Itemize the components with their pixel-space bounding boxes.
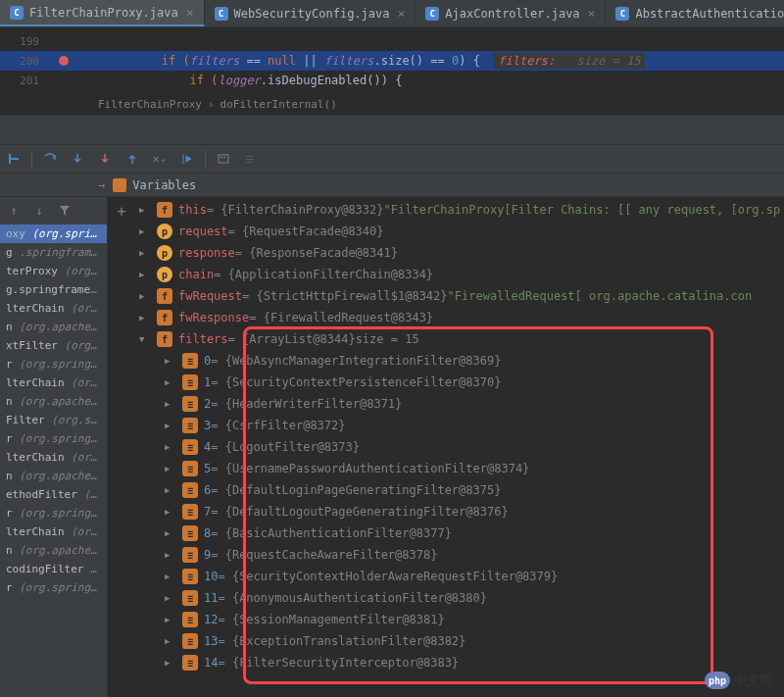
expand-icon[interactable]: ▶ bbox=[139, 270, 151, 279]
expand-icon[interactable]: ▶ bbox=[139, 205, 151, 215]
step-into-icon[interactable] bbox=[68, 149, 87, 169]
evaluate-icon[interactable] bbox=[214, 149, 233, 169]
variables-panel-header: → Variables bbox=[0, 174, 784, 197]
breakpoint-icon[interactable] bbox=[49, 56, 69, 66]
frame-item[interactable]: n (org.apache.c bbox=[0, 392, 107, 411]
frame-item[interactable]: r (org.springfran bbox=[0, 578, 107, 597]
variable-row[interactable]: ▶presponse = {ResponseFacade@8341} bbox=[135, 242, 784, 264]
variable-array-item[interactable]: ▶≡7 = {DefaultLogoutPageGeneratingFilter… bbox=[135, 501, 784, 523]
force-step-into-icon[interactable] bbox=[95, 149, 115, 169]
close-icon[interactable]: × bbox=[398, 6, 406, 21]
expand-icon[interactable]: ▶ bbox=[165, 615, 176, 624]
expand-icon[interactable]: ▶ bbox=[139, 291, 151, 301]
svg-rect-6 bbox=[246, 159, 254, 160]
code-line-201: 201 if (logger.isDebugEnabled()) { bbox=[0, 71, 784, 90]
frame-item[interactable]: codingFilter (o bbox=[0, 560, 107, 578]
trace-icon[interactable] bbox=[241, 149, 261, 169]
frame-item[interactable]: lterChain (org.a bbox=[0, 448, 107, 467]
frame-item[interactable]: n (org.apache.c bbox=[0, 467, 107, 485]
variable-array-item[interactable]: ▶≡12 = {SessionManagementFilter@8381} bbox=[135, 609, 784, 630]
step-out-icon[interactable] bbox=[122, 149, 142, 169]
step-over-icon[interactable] bbox=[40, 149, 60, 169]
variable-array-item[interactable]: ▶≡4 = {LogoutFilter@8373} bbox=[135, 436, 784, 458]
frame-item[interactable]: n (org.apache.c bbox=[0, 318, 107, 336]
variable-row[interactable]: ▶ffwResponse = {FirewalledRequest@8343} bbox=[135, 307, 784, 328]
filter-icon[interactable] bbox=[55, 201, 74, 221]
variable-row[interactable]: ▶pchain = {ApplicationFilterChain@8334} bbox=[135, 264, 784, 285]
close-icon[interactable]: × bbox=[186, 5, 194, 20]
field-icon: f bbox=[157, 310, 172, 325]
variable-array-item[interactable]: ▶≡11 = {AnonymousAuthenticationFilter@83… bbox=[135, 587, 784, 609]
expand-icon[interactable]: ▶ bbox=[165, 593, 176, 603]
variable-array-item[interactable]: ▶≡13 = {ExceptionTranslationFilter@8382} bbox=[135, 630, 784, 652]
frame-item[interactable]: g .springframewo bbox=[0, 243, 107, 262]
variable-array-item[interactable]: ▶≡2 = {HeaderWriterFilter@8371} bbox=[135, 393, 784, 415]
tab-label: AbstractAuthenticationProces bbox=[635, 7, 784, 21]
variable-row-filters[interactable]: ▼ffilters = {ArrayList@8344} size = 15 bbox=[135, 328, 784, 350]
variable-array-item[interactable]: ▶≡5 = {UsernamePasswordAuthenticationFil… bbox=[135, 458, 784, 479]
collapse-icon[interactable]: ▼ bbox=[139, 334, 151, 344]
expand-icon[interactable]: ▶ bbox=[139, 248, 151, 258]
variables-tree[interactable]: ▶fthis = {FilterChainProxy@8332} "Filter… bbox=[135, 197, 784, 673]
frame-item[interactable]: lterChain (org.a bbox=[0, 373, 107, 392]
code-editor[interactable]: 199 200 if (filters == null || filters.s… bbox=[0, 27, 784, 94]
tab-file-3[interactable]: C AbstractAuthenticationProces bbox=[606, 0, 784, 26]
frame-item[interactable]: ethodFilter (org bbox=[0, 485, 107, 504]
frame-item[interactable]: r (org.springfran bbox=[0, 429, 107, 448]
variable-row[interactable]: ▶prequest = {RequestFacade@8340} bbox=[135, 221, 784, 242]
field-icon: f bbox=[157, 202, 172, 218]
expand-icon[interactable]: ▶ bbox=[165, 572, 176, 581]
variable-array-item[interactable]: ▶≡0 = {WebAsyncManagerIntegrationFilter@… bbox=[135, 350, 784, 372]
expand-icon[interactable]: ▶ bbox=[139, 226, 151, 236]
frame-item[interactable]: terProxy (org.sp bbox=[0, 262, 107, 280]
frame-item[interactable]: oxy (org.springf bbox=[0, 224, 107, 243]
frame-item[interactable]: r (org.springfran bbox=[0, 504, 107, 523]
frame-item[interactable]: g.springframewo bbox=[0, 280, 107, 299]
expand-icon[interactable]: ▶ bbox=[139, 313, 151, 323]
expand-icon[interactable]: ▶ bbox=[165, 464, 176, 473]
frame-item[interactable]: lterChain (org.a bbox=[0, 523, 107, 541]
expand-icon[interactable]: ▶ bbox=[165, 421, 176, 430]
run-to-cursor-icon[interactable] bbox=[177, 149, 197, 169]
frames-list[interactable]: oxy (org.springfg .springframewoterProxy… bbox=[0, 224, 107, 597]
frame-item[interactable]: n (org.apache.c bbox=[0, 541, 107, 560]
expand-icon[interactable]: ▶ bbox=[165, 399, 176, 409]
expand-icon[interactable]: ▶ bbox=[165, 507, 176, 517]
expand-icon[interactable]: ▶ bbox=[165, 485, 176, 495]
frame-item[interactable]: Filter (org.sprin bbox=[0, 411, 107, 429]
variable-array-item[interactable]: ▶≡6 = {DefaultLoginPageGeneratingFilter@… bbox=[135, 479, 784, 501]
close-icon[interactable]: × bbox=[588, 6, 596, 21]
frame-item[interactable]: r (org.springfran bbox=[0, 355, 107, 373]
java-class-icon: C bbox=[615, 7, 629, 21]
variable-array-item[interactable]: ▶≡9 = {RequestCacheAwareFilter@8378} bbox=[135, 544, 784, 566]
tab-file-0[interactable]: C FilterChainProxy.java × bbox=[0, 0, 205, 26]
parameter-icon: p bbox=[157, 224, 172, 239]
tab-file-1[interactable]: C WebSecurityConfig.java × bbox=[205, 0, 416, 26]
variable-row[interactable]: ▶ffwRequest = {StrictHttpFirewall$1@8342… bbox=[135, 285, 784, 307]
show-execution-point-icon[interactable] bbox=[4, 149, 24, 169]
next-frame-icon[interactable]: ↓ bbox=[29, 201, 49, 221]
frame-item[interactable]: xtFilter (org.sp bbox=[0, 336, 107, 355]
variable-array-item[interactable]: ▶≡14 = {FilterSecurityInterceptor@8383} bbox=[135, 652, 784, 673]
expand-icon[interactable]: ▶ bbox=[165, 442, 176, 452]
expand-icon[interactable]: ▶ bbox=[165, 377, 176, 387]
expand-icon[interactable]: ▶ bbox=[165, 636, 176, 646]
field-icon: f bbox=[157, 331, 172, 347]
variable-array-item[interactable]: ▶≡3 = {CsrfFilter@8372} bbox=[135, 415, 784, 436]
prev-frame-icon[interactable]: ↑ bbox=[4, 201, 24, 221]
drop-frame-icon[interactable]: ✕₊ bbox=[150, 149, 170, 169]
variable-array-item[interactable]: ▶≡1 = {SecurityContextPersistenceFilter@… bbox=[135, 372, 784, 393]
variable-row[interactable]: ▶fthis = {FilterChainProxy@8332} "Filter… bbox=[135, 199, 784, 221]
expand-icon[interactable]: ▶ bbox=[165, 658, 176, 668]
element-icon: ≡ bbox=[182, 374, 198, 390]
expand-icon[interactable]: ▶ bbox=[165, 356, 176, 366]
variables-label: Variables bbox=[132, 178, 196, 192]
expand-icon[interactable]: ▶ bbox=[165, 550, 176, 560]
tab-file-2[interactable]: C AjaxController.java × bbox=[416, 0, 606, 26]
element-icon: ≡ bbox=[182, 504, 198, 520]
frame-item[interactable]: lterChain (org.a bbox=[0, 299, 107, 318]
add-watch-icon[interactable]: + bbox=[112, 201, 131, 221]
variable-array-item[interactable]: ▶≡8 = {BasicAuthenticationFilter@8377} bbox=[135, 523, 784, 544]
expand-icon[interactable]: ▶ bbox=[165, 528, 176, 538]
variable-array-item[interactable]: ▶≡10 = {SecurityContextHolderAwareReques… bbox=[135, 566, 784, 587]
